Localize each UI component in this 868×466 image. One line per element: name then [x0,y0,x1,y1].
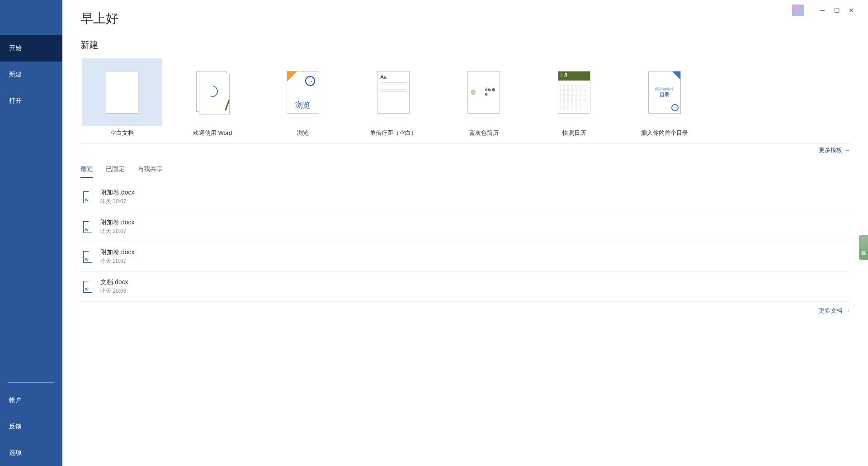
recent-meta: 昨天 20:07 [100,198,134,205]
recent-row[interactable]: 附加卷.docx昨天 20:07 [80,242,850,272]
blank-doc-icon [106,71,138,114]
main: 早上好 ─ ☐ ✕ 新建 空白文档 欢迎使用 Word [62,0,868,466]
recent-name: 文档.docx [100,278,128,286]
window-buttons: ─ ☐ ✕ [819,7,854,14]
minimize-icon[interactable]: ─ [819,7,826,14]
top-right: ─ ☐ ✕ [792,5,854,16]
doc-icon [83,191,92,203]
sidebar-home[interactable]: 开始 [0,35,62,62]
doc-icon [83,281,92,293]
doc-icon [83,221,92,233]
recent-meta: 昨天 20:07 [100,257,134,265]
resume-icon: 岩崎 惠玲 [467,71,500,114]
toc-icon: 插入你的首个 目录 [648,71,681,114]
recent-row[interactable]: 文档.docx昨天 20:06 [80,272,850,302]
sidebar-divider [8,382,54,383]
content: 新建 空白文档 欢迎使用 Word → 浏览 浏览 [62,35,868,466]
avatar[interactable] [792,5,804,16]
template-label: 浏览 [297,129,309,137]
more-documents-link[interactable]: 更多文档 [819,307,850,314]
close-icon[interactable]: ✕ [848,7,854,14]
recent-name: 附加卷.docx [100,219,134,227]
recent-name: 附加卷.docx [100,189,134,197]
greeting: 早上好 [80,10,118,27]
sidebar-options[interactable]: 选项 [0,440,62,466]
sidebar-account[interactable]: 帐户 [0,387,62,414]
single-space-icon: Aa [377,71,410,114]
template-welcome[interactable]: 欢迎使用 Word [171,58,254,137]
calendar-icon: 7 月 [558,71,590,114]
template-resume[interactable]: 岩崎 惠玲 蓝灰色简历 [442,58,525,137]
sidebar-feedback[interactable]: 反馈 [0,414,62,440]
sidebar-open[interactable]: 打开 [0,88,62,114]
template-calendar[interactable]: 7 月 快照日历 [533,58,616,137]
template-label: 蓝灰色简历 [469,129,499,137]
template-toc[interactable]: 插入你的首个 目录 插入你的首个目录 [623,58,706,137]
topbar: 早上好 ─ ☐ ✕ [62,0,868,35]
template-label: 快照日历 [562,129,586,137]
feedback-tab[interactable]: 建议 [859,235,868,260]
sidebar: 开始 新建 打开 帐户 反馈 选项 [0,0,62,466]
sidebar-new[interactable]: 新建 [0,62,62,88]
recent-header: 最近 已固定 与我共享 [80,165,850,178]
browse-icon: → 浏览 [287,71,319,114]
templates-row: 空白文档 欢迎使用 Word → 浏览 浏览 Aa [80,54,850,144]
recent-row[interactable]: 附加卷.docx昨天 20:07 [80,212,850,242]
tab-recent[interactable]: 最近 [80,165,93,178]
tab-shared[interactable]: 与我共享 [137,165,163,178]
doc-icon [83,251,92,263]
recent-name: 附加卷.docx [100,248,134,257]
recent-meta: 昨天 20:06 [100,287,128,295]
recent-tabs: 最近 已固定 与我共享 [80,165,163,178]
template-browse[interactable]: → 浏览 浏览 [261,58,344,137]
maximize-icon[interactable]: ☐ [834,7,840,14]
new-section-header: 新建 [80,39,850,51]
tab-pinned[interactable]: 已固定 [106,165,125,178]
new-section-title: 新建 [80,39,99,51]
template-label: 单倍行距（空白） [370,129,417,137]
more-templates-link[interactable]: 更多模板 [819,147,850,153]
recent-list: 附加卷.docx昨天 20:07 附加卷.docx昨天 20:07 附加卷.do… [80,182,850,302]
recent-meta: 昨天 20:07 [100,228,134,235]
recent-row[interactable]: 附加卷.docx昨天 20:07 [80,182,850,212]
template-label: 空白文档 [110,129,134,137]
template-single-space[interactable]: Aa 单倍行距（空白） [352,58,435,137]
brand-spacer [0,0,62,35]
welcome-icon [196,71,229,114]
template-blank[interactable]: 空白文档 [80,58,164,137]
template-label: 插入你的首个目录 [641,129,688,137]
template-label: 欢迎使用 Word [193,129,232,137]
